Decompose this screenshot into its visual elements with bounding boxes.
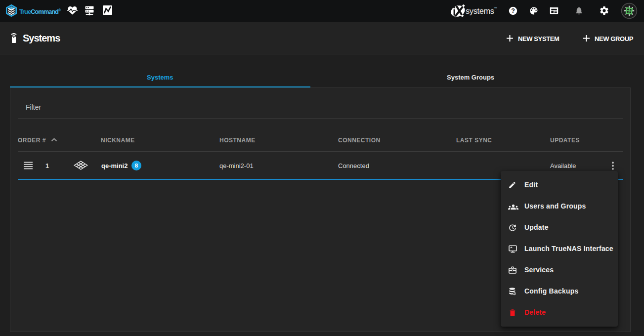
svg-text:?: ? [511, 7, 515, 14]
svg-text:systems: systems [466, 6, 494, 15]
svg-text:™: ™ [494, 6, 497, 10]
